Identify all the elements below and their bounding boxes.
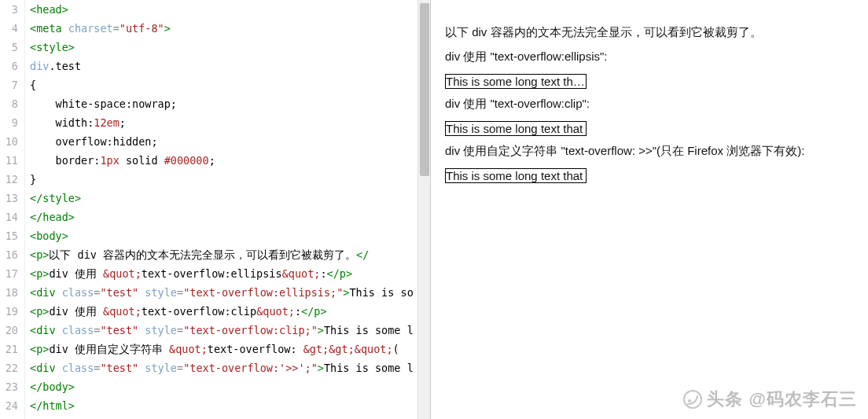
line-number: 19 (0, 302, 18, 321)
line-number: 24 (0, 396, 18, 415)
watermark-icon (683, 390, 702, 409)
scrollbar-thumb[interactable] (420, 3, 429, 176)
line-number: 7 (0, 75, 18, 94)
demo-box-custom: This is some long text that will not fit… (445, 168, 587, 183)
code-line[interactable]: </style> (30, 189, 430, 208)
line-number: 3 (0, 0, 18, 19)
code-editor-pane[interactable]: 3456789101112131415161718192021222324 <h… (0, 0, 431, 419)
preview-intro: 以下 div 容器内的文本无法完全显示，可以看到它被裁剪了。 (445, 25, 854, 40)
code-line[interactable]: width:12em; (30, 113, 430, 132)
code-line[interactable]: <meta charset="utf-8"> (30, 19, 430, 38)
code-line[interactable]: overflow:hidden; (30, 132, 430, 151)
code-line[interactable]: <div class="test" style="text-overflow:'… (30, 358, 430, 377)
line-number: 20 (0, 321, 18, 340)
demo-box-clip: This is some long text that will not fit… (445, 121, 587, 136)
line-number-gutter: 3456789101112131415161718192021222324 (0, 0, 25, 419)
line-number: 14 (0, 208, 18, 226)
line-number: 9 (0, 113, 18, 132)
line-number: 15 (0, 226, 18, 245)
code-line[interactable]: <body> (30, 226, 430, 245)
line-number: 4 (0, 19, 18, 38)
preview-label-ellipsis: div 使用 "text-overflow:ellipsis": (445, 50, 854, 64)
line-number: 11 (0, 151, 18, 170)
code-content[interactable]: <head><meta charset="utf-8"><style>div.t… (25, 0, 430, 419)
line-number: 23 (0, 377, 18, 396)
line-number: 18 (0, 283, 18, 302)
vertical-scrollbar[interactable] (417, 0, 430, 419)
code-line[interactable]: </head> (30, 208, 430, 226)
line-number: 13 (0, 189, 18, 208)
preview-pane: 以下 div 容器内的文本无法完全显示，可以看到它被裁剪了。 div 使用 "t… (431, 0, 868, 419)
code-line[interactable]: <div class="test" style="text-overflow:e… (30, 283, 430, 302)
demo-box-ellipsis: This is some long text that will not fit… (445, 74, 587, 89)
preview-label-custom: div 使用自定义字符串 "text-overflow: >>"(只在 Fire… (445, 144, 854, 159)
code-line[interactable]: <p>div 使用自定义字符串 &quot;text-overflow: &gt… (30, 340, 430, 358)
code-line[interactable]: </html> (30, 396, 430, 415)
code-line[interactable]: } (30, 170, 430, 189)
line-number: 21 (0, 340, 18, 358)
watermark-text: 头条 @码农李石三 (707, 388, 857, 411)
code-line[interactable]: { (30, 75, 430, 94)
code-line[interactable]: <div class="test" style="text-overflow:c… (30, 321, 430, 340)
code-line[interactable]: div.test (30, 57, 430, 75)
line-number: 10 (0, 132, 18, 151)
code-line[interactable]: border:1px solid #000000; (30, 151, 430, 170)
code-line[interactable]: <style> (30, 38, 430, 57)
code-line[interactable]: <head> (30, 0, 430, 19)
code-line[interactable]: <p>以下 div 容器内的文本无法完全显示，可以看到它被裁剪了。</ (30, 245, 430, 264)
code-line[interactable]: <p>div 使用 &quot;text-overflow:ellipsis&q… (30, 264, 430, 283)
watermark: 头条 @码农李石三 (683, 388, 857, 411)
line-number: 8 (0, 94, 18, 113)
code-line[interactable]: <p>div 使用 &quot;text-overflow:clip&quot;… (30, 302, 430, 321)
line-number: 17 (0, 264, 18, 283)
line-number: 22 (0, 358, 18, 377)
line-number: 12 (0, 170, 18, 189)
line-number: 6 (0, 57, 18, 75)
line-number: 16 (0, 245, 18, 264)
preview-label-clip: div 使用 "text-overflow:clip": (445, 97, 854, 112)
line-number: 5 (0, 38, 18, 57)
code-line[interactable]: </body> (30, 377, 430, 396)
code-line[interactable]: white-space:nowrap; (30, 94, 430, 113)
